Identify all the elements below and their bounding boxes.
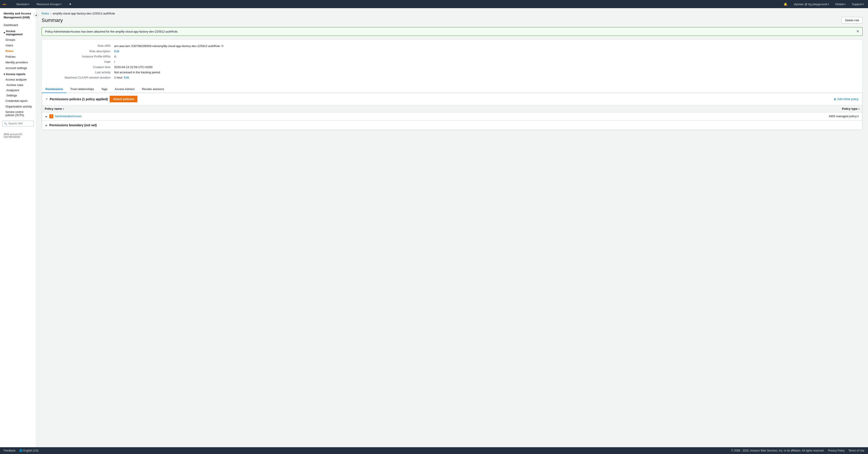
add-inline-policy-link[interactable]: ⊕ Add inline policy xyxy=(834,97,859,101)
table-row: ▶ ! AdministratorAccess AWS managed poli… xyxy=(42,112,862,120)
support-menu[interactable]: Support ▾ xyxy=(850,2,865,7)
search-icon: 🔍 xyxy=(4,122,7,125)
copy-arn-icon[interactable]: ⧉ xyxy=(221,44,223,48)
policy-type-sort-icon[interactable]: ▾ xyxy=(858,108,860,110)
max-duration-label: Maximum CLI/API session duration xyxy=(42,76,114,79)
add-inline-circle-icon: ⊕ xyxy=(834,97,836,101)
alert-message: Policy AdministratorAccess has been atta… xyxy=(45,30,178,33)
edit-max-duration-link[interactable]: Edit xyxy=(124,76,129,79)
role-arn-row: Role ARN arn:aws:iam::530798195059:role/… xyxy=(42,43,862,49)
policies-header: ▼ Permissions policies (1 policy applied… xyxy=(42,93,862,105)
delete-policy-button[interactable]: ✕ xyxy=(857,115,860,118)
collapse-policies-icon[interactable]: ▼ xyxy=(46,98,48,100)
resource-groups-chevron-icon: ▾ xyxy=(60,3,61,5)
resource-groups-nav[interactable]: Resource Groups ▾ xyxy=(35,2,63,7)
sidebar-section-access-reports[interactable]: ▾ Access reports xyxy=(0,71,36,77)
creation-time-row: Creation time 2020-04-13 22:59 UTC+0200 xyxy=(42,64,862,70)
copyright-text: © 2008 - 2020, Amazon Web Services, Inc.… xyxy=(731,449,824,452)
alert-close-icon[interactable]: ✕ xyxy=(856,30,859,33)
account-id-label: AWS account ID: xyxy=(4,133,32,136)
sidebar-item-credential-report[interactable]: Credential report xyxy=(0,98,36,104)
sidebar-item-access-analyzer[interactable]: Access analyzer xyxy=(0,77,36,82)
sidebar-title: Identity and Access Management (IAM) xyxy=(0,12,36,22)
policy-table-header: Policy name ▾ Policy type ▾ xyxy=(42,105,862,112)
page-title: Summary xyxy=(41,18,63,23)
breadcrumb-separator-icon: › xyxy=(51,12,51,15)
footer-left: Feedback 🌐 English (US) xyxy=(4,449,38,452)
creation-time-label: Creation time xyxy=(42,65,114,69)
tabs-container: Permissions Trust relationships Tags Acc… xyxy=(42,86,862,93)
sidebar-item-service-control[interactable]: Service control policies (SCPs) xyxy=(0,109,36,118)
tab-access-advisor[interactable]: Access Advisor xyxy=(111,86,138,93)
delete-role-button[interactable]: Delete role xyxy=(842,17,863,24)
policy-name-link[interactable]: AdministratorAccess xyxy=(55,115,82,118)
policy-icon: ! xyxy=(49,114,53,118)
services-chevron-icon: ▾ xyxy=(28,3,29,5)
aws-logo[interactable]: aws xyxy=(3,2,11,6)
sidebar-item-groups[interactable]: Groups xyxy=(0,37,36,42)
services-nav[interactable]: Services ▾ xyxy=(14,2,31,7)
sidebar-item-settings[interactable]: Settings xyxy=(0,93,36,98)
instance-profile-value: ⧉ xyxy=(114,55,116,58)
tab-revoke-sessions[interactable]: Revoke sessions xyxy=(138,86,168,93)
footer: Feedback 🌐 English (US) © 2008 - 2020, A… xyxy=(0,447,868,454)
copy-instance-profile-icon[interactable]: ⧉ xyxy=(114,55,116,58)
role-arn-value: arn:aws:iam::530798195059:role/amplify-c… xyxy=(114,44,223,48)
tab-tags[interactable]: Tags xyxy=(98,86,111,93)
breadcrumb-current: amplify-cloud-app-factory-dev-225912-aut… xyxy=(53,12,115,15)
path-label: Path xyxy=(42,60,114,64)
tab-permissions[interactable]: Permissions xyxy=(42,86,66,93)
path-value: / xyxy=(114,60,115,64)
instance-profile-label: Instance Profile ARNs xyxy=(42,55,114,58)
sidebar-account: AWS account ID: 530798195059 xyxy=(0,129,36,142)
user-menu[interactable]: stytown @ trg playground ▾ xyxy=(792,2,830,7)
sidebar-section-access-management[interactable]: ▾ Access management xyxy=(0,28,36,37)
role-description-value: Edit xyxy=(114,50,119,53)
policy-name-cell: ▶ ! AdministratorAccess xyxy=(42,112,794,120)
success-alert: Policy AdministratorAccess has been atta… xyxy=(41,27,863,36)
sidebar-item-archive-rules[interactable]: Archive rules xyxy=(0,82,36,88)
tab-trust-relationships[interactable]: Trust relationships xyxy=(66,86,98,93)
edit-description-link[interactable]: Edit xyxy=(114,50,119,53)
bookmark-icon[interactable]: ✦ xyxy=(67,1,73,7)
sidebar-item-policies[interactable]: Policies xyxy=(0,54,36,59)
policy-table: Policy name ▾ Policy type ▾ xyxy=(42,105,862,120)
sidebar-item-roles[interactable]: Roles xyxy=(0,48,36,54)
permissions-boundary: ▶ Permissions boundary (not set) xyxy=(42,120,862,130)
privacy-link[interactable]: Privacy Policy xyxy=(828,449,845,452)
expand-policy-button[interactable]: ▶ xyxy=(45,115,49,118)
sidebar-item-account-settings[interactable]: Account settings xyxy=(0,65,36,71)
policy-name-sort-icon[interactable]: ▾ xyxy=(63,108,64,110)
sidebar-item-analyzers[interactable]: Analyzers xyxy=(0,88,36,93)
sidebar-item-identity-providers[interactable]: Identity providers xyxy=(0,59,36,65)
region-menu[interactable]: Global ▾ xyxy=(834,2,847,7)
sidebar: Identity and Access Management (IAM) ◀ D… xyxy=(0,8,36,454)
sidebar-item-users[interactable]: Users xyxy=(0,42,36,48)
language-link[interactable]: 🌐 English (US) xyxy=(19,449,39,452)
policies-header-title: Permissions policies (1 policy applied) xyxy=(50,97,108,101)
feedback-link[interactable]: Feedback xyxy=(4,449,16,452)
last-activity-row: Last activity Not accessed in the tracki… xyxy=(42,70,862,75)
detail-card: Role ARN arn:aws:iam::530798195059:role/… xyxy=(41,39,863,130)
sidebar-item-organization-activity[interactable]: Organization activity xyxy=(0,104,36,109)
expand-boundary-icon[interactable]: ▶ xyxy=(46,124,48,126)
last-activity-label: Last activity xyxy=(42,70,114,74)
sidebar-item-dashboard[interactable]: Dashboard xyxy=(0,22,36,28)
policy-type-header: Policy type ▾ xyxy=(794,105,862,112)
layout: Identity and Access Management (IAM) ◀ D… xyxy=(0,8,868,454)
sidebar-collapse-btn[interactable]: ◀ xyxy=(34,13,38,17)
policy-type-cell: AWS managed policy ✕ xyxy=(794,112,862,120)
support-chevron-icon: ▾ xyxy=(863,3,864,5)
page-title-row: Summary Delete role xyxy=(41,17,863,24)
last-activity-value: Not accessed in the tracking period xyxy=(114,70,160,74)
globe-icon: 🌐 xyxy=(19,449,23,452)
attach-policies-button[interactable]: Attach policies xyxy=(110,96,137,102)
breadcrumb-roles-link[interactable]: Roles xyxy=(41,12,49,15)
terms-link[interactable]: Terms of Use xyxy=(848,449,864,452)
user-chevron-icon: ▾ xyxy=(828,3,829,5)
svg-text:aws: aws xyxy=(3,3,6,5)
main-content: Roles › amplify-cloud-app-factory-dev-22… xyxy=(36,8,868,454)
role-description-row: Role description Edit xyxy=(42,49,862,54)
instance-profile-row: Instance Profile ARNs ⧉ xyxy=(42,54,862,59)
notifications-icon[interactable]: 🔔 xyxy=(782,2,789,7)
